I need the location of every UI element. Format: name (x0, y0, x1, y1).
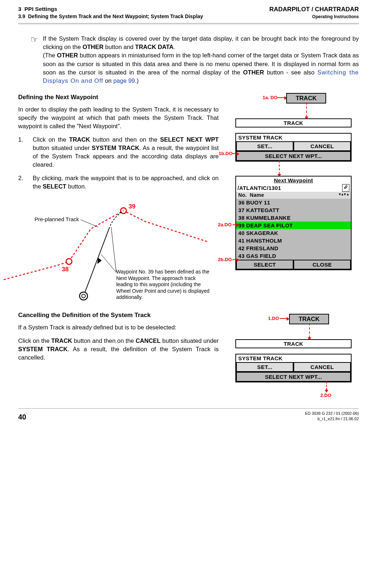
svg-marker-4 (97, 258, 102, 264)
hand-pointer-icon: ☞ (31, 35, 38, 85)
step-2: By clicking, mark the waypoint that is t… (18, 174, 219, 191)
scroll-up-icon[interactable]: ▴ (341, 192, 343, 199)
track-button[interactable]: TRACK (286, 93, 326, 104)
track-button-2[interactable]: TRACK (289, 314, 329, 324)
operating-instructions: Operating Instructions (269, 14, 359, 20)
waypoint-row[interactable]: 42 FRIESLAND (236, 244, 351, 252)
flow-label-1do: 1.DO (268, 315, 279, 322)
file-info: b_r1_e21.fm / 21.06.02 (317, 417, 359, 421)
waypoint-row[interactable]: 41 HANSTHOLM (236, 237, 351, 244)
other-button-ref: OTHER (82, 44, 104, 50)
arrow-2a-icon (232, 224, 237, 225)
track-path: /ATLANTIC/1301 (238, 184, 281, 192)
arrow-down-icon (306, 102, 307, 117)
trackdata-button-ref: TRACK DATA (135, 44, 174, 50)
pre-planned-label: Pre-planned Track (35, 215, 79, 223)
cancel-intro: If a System Track is already defined but… (18, 323, 219, 332)
arrow-1do-icon (280, 318, 287, 319)
flow-label-2do: 2.DO (320, 392, 331, 399)
page-number: 40 (18, 412, 26, 422)
waypoint-row[interactable]: 43 GAS FIELD (236, 252, 351, 260)
page-header: 3 PPI Settings 3.9 Defining the System T… (18, 5, 359, 20)
col-no: No. (238, 192, 247, 198)
svg-point-3 (82, 294, 85, 298)
scroll-down-icon[interactable]: ▾ (344, 192, 346, 199)
waypoint-row[interactable]: 40 SKAGERAK (236, 229, 351, 237)
arrow-2do-down-icon (326, 381, 327, 390)
footer-divider (18, 408, 359, 409)
intro-paragraph: In order to display the path leading to … (18, 105, 219, 130)
flow-label-2a: 2a.DO (218, 222, 232, 228)
note-block: ☞ If the System Track display is covered… (31, 35, 359, 85)
document-id: ED 3038 G 232 / 01 (2002-06) (305, 411, 359, 415)
arrow-down-2-icon (279, 161, 280, 174)
subsection-title: Defining the System Track and the Next W… (28, 13, 203, 19)
waypoint-row[interactable]: 36 BUOY 11 (236, 199, 351, 206)
subsection-number: 3.9 (18, 13, 25, 19)
diagram-caption: Waypoint No. 39 has been defined as the … (116, 269, 211, 301)
waypoint-row[interactable]: 38 KUMMELBANKE (236, 214, 351, 222)
page-footer: 40 ED 3038 G 232 / 01 (2002-06) b_r1_e21… (18, 411, 359, 422)
xref-page-link[interactable]: page 99 (113, 77, 135, 84)
svg-point-0 (66, 259, 72, 264)
track-diagram: Pre-planned Track 38 39 Waypoint No. 39 … (4, 202, 219, 303)
arrow-2b-icon (232, 259, 237, 260)
svg-line-6 (101, 254, 116, 272)
system-track-label: SYSTEM TRACK (236, 134, 351, 141)
cancel-instruction: Click on the TRACK button and then on th… (18, 337, 219, 362)
step-1: Click on the TRACK button and then on th… (18, 135, 219, 169)
set-button[interactable]: SET... (236, 141, 293, 151)
waypoint-list: 36 BUOY 1137 KATTEGATT38 KUMMELBANKE39 D… (236, 199, 351, 260)
heading-next-waypoint: Defining the Next Waypoint (18, 93, 219, 102)
heading-cancel: Cancelling the Definition of the System … (18, 311, 219, 320)
section-number: 3 (18, 6, 21, 12)
waypoint-row[interactable]: 37 KATTEGATT (236, 206, 351, 214)
scroll-bottom-icon[interactable]: ▾ (339, 192, 341, 199)
flow-label-1a: 1a. DO (263, 94, 277, 101)
track-title: TRACK (236, 119, 351, 127)
close-button[interactable]: CLOSE (293, 260, 351, 269)
section-title: PPI Settings (24, 6, 57, 12)
next-waypoint-title: Next Waypoint (236, 177, 351, 184)
system-track-label-2: SYSTEM TRACK (236, 354, 351, 362)
svg-line-7 (111, 227, 116, 272)
arrow-1b-icon (232, 153, 237, 154)
cancel-button[interactable]: CANCEL (293, 141, 351, 151)
header-divider (18, 23, 359, 24)
cancel-button-2[interactable]: CANCEL (293, 362, 351, 372)
scroll-top-icon[interactable]: ▴ (347, 192, 349, 199)
select-next-wpt-button-2[interactable]: SELECT NEXT WPT... (236, 372, 351, 382)
col-name: Name (250, 192, 264, 198)
select-next-wpt-button[interactable]: SELECT NEXT WPT... (236, 151, 351, 161)
waypoint-row[interactable]: 39 DEAP SEA PILOT (236, 222, 351, 229)
product-title: RADARPILOT / CHARTRADAR (269, 5, 359, 14)
flow-label-2b: 2b.DO (218, 256, 232, 263)
flow-label-1b: 1b.DO (219, 150, 232, 157)
wp-39-label: 39 (129, 202, 135, 211)
arrow-down-3-icon (309, 323, 310, 338)
wp-38-label: 38 (62, 265, 69, 274)
track-title-2: TRACK (236, 340, 351, 348)
up-folder-icon[interactable]: ⮵ (342, 184, 349, 192)
set-button-2[interactable]: SET... (236, 362, 293, 372)
select-button[interactable]: SELECT (236, 260, 293, 269)
arrow-1a-icon (277, 97, 285, 98)
svg-line-5 (81, 220, 98, 227)
